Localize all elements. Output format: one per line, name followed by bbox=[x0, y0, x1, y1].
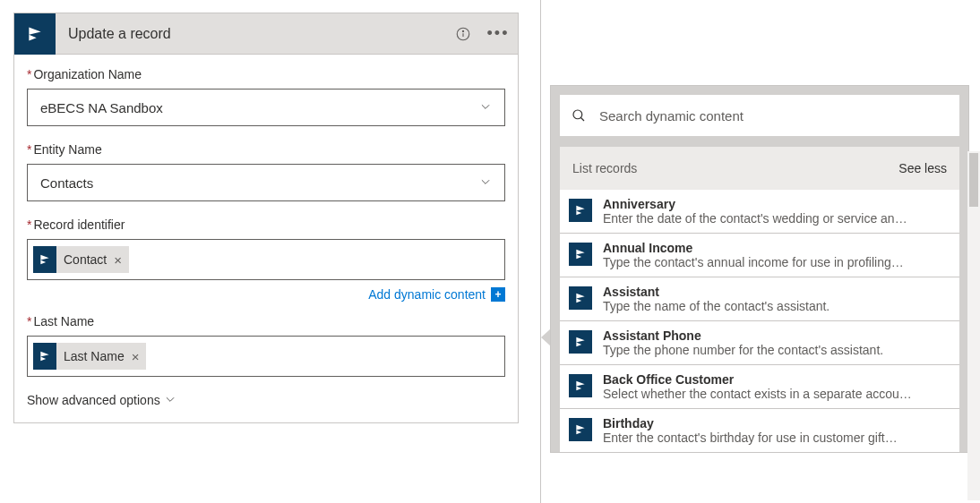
field-label: *Entity Name bbox=[27, 142, 505, 157]
section-title: List records bbox=[572, 161, 637, 175]
record-identifier-input[interactable]: Contact × bbox=[27, 239, 505, 280]
see-less-link[interactable]: See less bbox=[898, 161, 947, 175]
search-wrap bbox=[560, 95, 959, 136]
item-title: Birthday bbox=[603, 416, 947, 431]
select-value: Contacts bbox=[40, 175, 93, 191]
dynamic-token[interactable]: Last Name × bbox=[33, 343, 146, 370]
action-card-body: *Organization Name eBECS NA Sandbox *Ent… bbox=[14, 55, 518, 422]
chevron-down-icon bbox=[479, 100, 492, 115]
overflow-menu-icon[interactable]: ••• bbox=[478, 24, 518, 43]
dynamic-content-item[interactable]: AnniversaryEnter the date of the contact… bbox=[560, 190, 959, 234]
item-title: Assistant bbox=[603, 285, 947, 299]
select-value: eBECS NA Sandbox bbox=[40, 100, 163, 115]
item-description: Type the name of the contact's assistant… bbox=[603, 299, 947, 313]
search-icon bbox=[571, 107, 587, 124]
dynamics-icon bbox=[569, 199, 592, 222]
item-description: Enter the date of the contact's wedding … bbox=[603, 211, 947, 226]
field-label: *Organization Name bbox=[27, 67, 505, 81]
dynamics-icon bbox=[569, 286, 592, 310]
dynamic-content-item[interactable]: Annual IncomeType the contact's annual i… bbox=[560, 234, 959, 277]
item-text: BirthdayEnter the contact's birthday for… bbox=[603, 416, 947, 445]
scrollbar-vertical[interactable] bbox=[967, 151, 980, 500]
field-label: *Last Name bbox=[27, 314, 505, 328]
item-title: Anniversary bbox=[603, 197, 947, 211]
dynamic-content-item[interactable]: Assistant PhoneType the phone number for… bbox=[560, 321, 959, 365]
dynamic-content-item[interactable]: AssistantType the name of the contact's … bbox=[560, 277, 959, 321]
dynamic-content-item[interactable]: Back Office CustomerSelect whether the c… bbox=[560, 365, 959, 409]
dynamics-icon bbox=[569, 374, 592, 397]
item-title: Annual Income bbox=[603, 241, 947, 255]
item-text: Annual IncomeType the contact's annual i… bbox=[603, 241, 947, 269]
svg-point-1 bbox=[462, 30, 463, 31]
action-title: Update a record bbox=[56, 26, 448, 42]
action-card: Update a record ••• *Organization Name e… bbox=[13, 13, 519, 423]
section-header: List records See less bbox=[560, 147, 959, 190]
token-label: Contact bbox=[64, 252, 107, 267]
item-description: Select whether the contact exists in a s… bbox=[603, 387, 947, 401]
token-label: Last Name bbox=[64, 349, 125, 363]
dynamic-content-list: AnniversaryEnter the date of the contact… bbox=[560, 190, 959, 452]
entity-select[interactable]: Contacts bbox=[27, 164, 505, 201]
dynamics-icon bbox=[33, 343, 56, 370]
chevron-down-icon bbox=[479, 175, 492, 191]
info-icon[interactable] bbox=[448, 26, 478, 42]
item-text: AssistantType the name of the contact's … bbox=[603, 285, 947, 313]
organization-select[interactable]: eBECS NA Sandbox bbox=[27, 89, 505, 126]
dynamics-icon bbox=[14, 13, 56, 55]
add-dynamic-content-row: Add dynamic content + bbox=[27, 287, 505, 302]
dynamics-icon bbox=[569, 418, 592, 441]
dynamic-token[interactable]: Contact × bbox=[33, 246, 129, 273]
item-description: Enter the contact's birthday for use in … bbox=[603, 431, 947, 445]
add-dynamic-content-link[interactable]: Add dynamic content bbox=[368, 287, 486, 302]
item-title: Back Office Customer bbox=[603, 372, 947, 387]
item-text: AnniversaryEnter the date of the contact… bbox=[603, 197, 947, 226]
item-description: Type the contact's annual income for use… bbox=[603, 255, 947, 269]
token-remove-icon[interactable]: × bbox=[114, 252, 122, 268]
item-text: Back Office CustomerSelect whether the c… bbox=[603, 372, 947, 401]
layout-divider bbox=[540, 0, 541, 503]
field-organization: *Organization Name eBECS NA Sandbox bbox=[27, 67, 505, 126]
token-remove-icon[interactable]: × bbox=[132, 349, 140, 364]
show-advanced-options-link[interactable]: Show advanced options bbox=[27, 393, 176, 408]
field-last-name: *Last Name Last Name × bbox=[27, 314, 505, 377]
scrollbar-thumb[interactable] bbox=[969, 153, 978, 207]
chevron-down-icon bbox=[164, 393, 176, 408]
dynamics-icon bbox=[569, 243, 592, 266]
add-dynamic-content-button[interactable]: + bbox=[491, 287, 505, 302]
last-name-input[interactable]: Last Name × bbox=[27, 336, 505, 377]
field-label: *Record identifier bbox=[27, 217, 505, 232]
action-card-header[interactable]: Update a record ••• bbox=[14, 13, 518, 55]
item-text: Assistant PhoneType the phone number for… bbox=[603, 328, 947, 357]
dynamic-content-panel: List records See less AnniversaryEnter t… bbox=[550, 85, 969, 453]
field-record-identifier: *Record identifier Contact × bbox=[27, 217, 505, 280]
dynamics-icon bbox=[33, 246, 56, 273]
svg-line-4 bbox=[580, 117, 584, 121]
field-entity: *Entity Name Contacts bbox=[27, 142, 505, 201]
item-description: Type the phone number for the contact's … bbox=[603, 343, 947, 357]
search-input[interactable] bbox=[599, 108, 949, 124]
dynamics-icon bbox=[569, 330, 592, 354]
item-title: Assistant Phone bbox=[603, 328, 947, 343]
dynamic-content-item[interactable]: BirthdayEnter the contact's birthday for… bbox=[560, 409, 959, 452]
